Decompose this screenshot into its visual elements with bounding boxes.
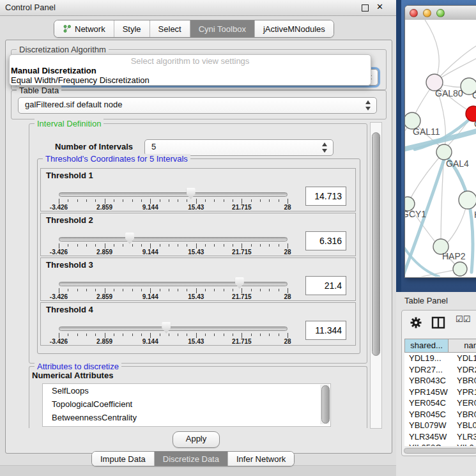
network-canvas[interactable]: GAL80G.CGAL11GAL4GCY1HHAP2 (405, 20, 476, 277)
table-row[interactable]: YDL19...YDL1 (404, 353, 476, 364)
threshold-value-box[interactable]: 6.316 (305, 231, 346, 250)
threshold-slider[interactable]: -3.4262.8599.14415.4321.71528 (59, 303, 288, 346)
table-row[interactable]: YER054CYER0 (404, 397, 476, 409)
cell-shared-name: YPR145W (404, 387, 454, 398)
column-header-name[interactable]: name (449, 339, 476, 353)
table-hscrollbar[interactable] (403, 447, 476, 454)
tab-cyni-toolbox[interactable]: Cyni Toolbox (190, 20, 254, 37)
split-columns-icon[interactable] (431, 316, 445, 329)
slider-track[interactable] (59, 237, 288, 242)
slider-handle[interactable] (125, 233, 134, 244)
table-header-row: shared... name (404, 339, 476, 353)
attributes-host: SelfLoopsTopologicalCoefficientBetweenne… (43, 384, 330, 424)
tab-label: Discretize Data (163, 454, 219, 464)
attributes-scrollbar[interactable] (320, 385, 329, 424)
slider-track[interactable] (59, 192, 288, 197)
table-data-combobox[interactable]: galFiltered.sif default node (18, 97, 377, 114)
tab-style[interactable]: Style (114, 20, 150, 37)
threshold-value-box[interactable]: 21.4 (305, 276, 346, 295)
cell-name: YBR0 (454, 409, 476, 420)
number-of-intervals-value: 5 (151, 142, 156, 151)
threshold-slider[interactable]: -3.4262.8599.14415.4321.71528 (59, 169, 288, 212)
combo-arrows-icon (365, 98, 371, 113)
table-row[interactable]: YIL052CYIL0 (404, 442, 476, 446)
select-columns-icon[interactable]: ☑☑ (456, 314, 470, 324)
cell-shared-name: YDL19... (404, 353, 454, 364)
popup-item-manual-discretization[interactable]: Manual Discretization (10, 66, 371, 75)
slider-track[interactable] (59, 282, 288, 286)
attribute-item[interactable]: TopologicalCoefficient (43, 397, 330, 411)
bottom-strip (0, 465, 396, 476)
settings-gear-icon[interactable] (410, 316, 422, 329)
table-panel: Table Panel ☑☑ shared... (396, 292, 476, 476)
table-row[interactable]: YLR345WYLR3 (404, 431, 476, 443)
threshold-slider[interactable]: -3.4262.8599.14415.4321.71528 (59, 258, 288, 302)
popup-item-equal-width-frequency[interactable]: Equal Width/Frequency Discretization (10, 75, 371, 85)
algorithm-popup-placeholder: Select algorithm to view settings (10, 56, 371, 66)
threshold-value-box[interactable]: 11.344 (305, 321, 346, 340)
attribute-item[interactable]: BetweennessCentrality (43, 411, 330, 424)
slider-track[interactable] (59, 326, 288, 331)
top-tabstrip: NetworkStyleSelectCyni ToolboxjActiveMNo… (54, 20, 334, 38)
network-node-label: GAL11 (413, 127, 440, 137)
number-of-intervals-label: Number of Intervals (55, 142, 133, 151)
network-node-label: GCY1 (405, 209, 426, 219)
table-hscrollbar-thumb[interactable] (404, 448, 476, 454)
table-row[interactable]: YPR145WYPR1 (404, 387, 476, 398)
network-node-label: HAP2 (442, 251, 466, 261)
threshold-panel: Threshold 1 -3.4262.8599.14415.4321.7152… (40, 168, 356, 211)
table-data-group: Table Data galFiltered.sif default node (11, 90, 387, 119)
table-row[interactable]: YBR045CYBR0 (404, 409, 476, 420)
slider-scale-labels: -3.4262.8599.14415.4321.71528 (59, 249, 288, 256)
threshold-slider[interactable]: -3.4262.8599.14415.4321.71528 (59, 213, 288, 257)
table-row[interactable]: YBL079WYBL0 (404, 420, 476, 431)
attributes-scrollbar-thumb[interactable] (321, 385, 330, 424)
slider-scale-labels: -3.4262.8599.14415.4321.71528 (59, 338, 288, 345)
tab-impute-data[interactable]: Impute Data (92, 452, 154, 466)
thresholds-title: Threshold's Coordinates for 5 Intervals (43, 154, 190, 164)
tab-select[interactable]: Select (150, 20, 190, 37)
minimize-traffic-light-icon[interactable] (423, 9, 431, 17)
numerical-attributes-list[interactable]: SelfLoopsTopologicalCoefficientBetweenne… (42, 383, 331, 427)
apply-button[interactable]: Apply (173, 431, 220, 448)
network-node[interactable] (459, 191, 476, 209)
tab-discretize-data[interactable]: Discretize Data (154, 452, 227, 466)
tab-jactivemnodules[interactable]: jActiveMNodules (254, 20, 334, 37)
discretization-algorithm-title: Discretization Algorithm (17, 45, 109, 54)
network-view-window[interactable]: GAL80G.CGAL11GAL4GCY1HHAP2 (404, 5, 476, 278)
tab-network[interactable]: Network (54, 20, 114, 37)
cell-name: YLR3 (454, 431, 476, 443)
tab-label: Impute Data (100, 454, 146, 464)
float-window-icon[interactable] (362, 4, 369, 12)
column-header-shared[interactable]: shared... (404, 339, 449, 353)
table-data-selected: galFiltered.sif default node (25, 100, 122, 109)
threshold-panel: Threshold 4 -3.4262.8599.14415.4321.7152… (40, 302, 356, 346)
table-row[interactable]: YDR27...YDR2 (404, 364, 476, 376)
zoom-traffic-light-icon[interactable] (436, 9, 445, 17)
network-graph: GAL80G.CGAL11GAL4GCY1HHAP2 (405, 20, 476, 277)
threshold-value-box[interactable]: 14.713 (305, 187, 346, 206)
slider-scale-labels: -3.4262.8599.14415.4321.71528 (59, 204, 288, 211)
attribute-item[interactable]: SelfLoops (43, 384, 330, 397)
network-node[interactable] (453, 262, 467, 276)
table-toolbar: ☑☑ (402, 311, 476, 336)
cell-name: YBL0 (454, 420, 476, 431)
desktop-edge (396, 0, 401, 292)
network-icon (63, 24, 72, 33)
tab-label: jActiveMNodules (263, 24, 325, 34)
close-traffic-light-icon[interactable] (410, 9, 418, 17)
slider-handle[interactable] (162, 322, 171, 334)
network-window-titlebar[interactable] (405, 6, 476, 20)
tab-infer-network[interactable]: Infer Network (227, 452, 294, 466)
network-node-label: G. (472, 90, 476, 100)
interval-definition-group: Interval Definition Number of Intervals … (29, 123, 367, 364)
network-node[interactable] (436, 144, 452, 160)
cell-shared-name: YDR27... (404, 364, 454, 376)
slider-handle[interactable] (235, 277, 244, 289)
panel-scrollbar-thumb[interactable] (372, 132, 380, 356)
slider-handle[interactable] (187, 188, 196, 199)
close-icon[interactable]: ✕ (376, 2, 383, 12)
panel-scrollbar[interactable] (370, 122, 382, 429)
table-rows: YDL19...YDL1YDR27...YDR2YBR043CYBR0YPR14… (404, 353, 476, 446)
table-row[interactable]: YBR043CYBR0 (404, 375, 476, 387)
